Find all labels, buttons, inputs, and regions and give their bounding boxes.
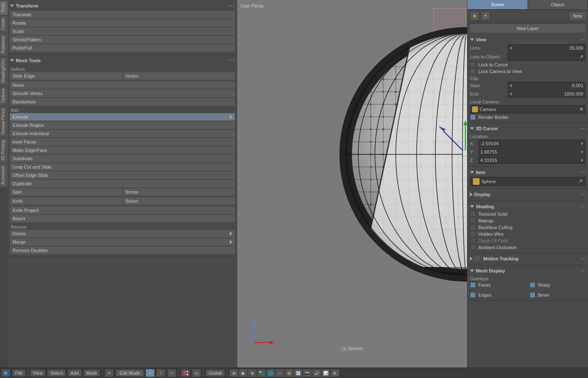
icon-10[interactable]: 🔊 xyxy=(312,369,321,377)
delete-dropdown[interactable]: Delete xyxy=(10,230,235,237)
add-menu[interactable]: Add xyxy=(68,370,81,376)
spin-button[interactable]: Spin xyxy=(10,188,122,196)
rotate-button[interactable]: Rotate xyxy=(10,19,235,27)
select-menu[interactable]: Select xyxy=(48,370,65,376)
randomize-button[interactable]: Randomize xyxy=(10,98,235,106)
vtab-archmesh[interactable]: Archmesh xyxy=(0,163,8,187)
icon-4[interactable]: 🔦 xyxy=(257,369,266,377)
inset-faces-button[interactable]: Inset Faces xyxy=(10,138,235,146)
z-arrow-icon[interactable] xyxy=(581,159,583,162)
object-icon[interactable]: ■ xyxy=(470,11,479,20)
icon-3[interactable]: ⊕ xyxy=(248,369,256,377)
transform-title[interactable]: Transform ··· xyxy=(10,2,235,11)
backface-culling-checkbox[interactable] xyxy=(470,224,476,230)
depth-of-field-checkbox[interactable] xyxy=(470,238,476,244)
display-title[interactable]: Display ··· xyxy=(470,191,585,199)
icon-1[interactable]: ⊞ xyxy=(230,369,238,377)
extrude-individual-button[interactable]: Extrude Individual xyxy=(10,130,235,137)
item-title[interactable]: Item ··· xyxy=(470,169,585,177)
lock-cursor-checkbox[interactable] xyxy=(470,62,476,68)
file-menu[interactable]: File xyxy=(13,370,25,376)
icon-7[interactable]: ⊞ xyxy=(285,369,293,377)
bisect-button[interactable]: Bisect xyxy=(10,215,235,222)
mesh-menu[interactable]: Mesh xyxy=(84,370,100,376)
mesh-display-title[interactable]: Mesh Display ··· xyxy=(470,267,585,275)
faces-checkbox[interactable] xyxy=(470,282,476,288)
blender-icon[interactable]: 🔷 xyxy=(2,369,10,377)
mode-selector[interactable]: Edit Mode xyxy=(116,370,143,376)
icon-8[interactable]: 🔢 xyxy=(294,369,302,377)
cursor-title[interactable]: 3D Cursor ··· xyxy=(470,125,585,133)
y-value[interactable]: 1.68755 xyxy=(478,148,585,156)
lock-to-object-value[interactable]: ↗ xyxy=(508,53,585,61)
plus-icon[interactable]: + xyxy=(481,11,490,20)
slide-edge-button[interactable]: Slide Edge xyxy=(10,72,122,80)
extrude-region-button[interactable]: Extrude Region xyxy=(10,121,235,129)
tab-object[interactable]: Object xyxy=(528,0,588,9)
icon-11[interactable]: 📊 xyxy=(322,369,330,377)
shrink-flatten-button[interactable]: Shrink/Flatten xyxy=(10,36,235,43)
vtab-shading[interactable]: Shading/UVs xyxy=(0,56,8,86)
end-value[interactable]: 1000.000 xyxy=(508,90,585,98)
vtab-3dprint[interactable]: 3D Printing xyxy=(0,137,8,163)
offset-edge-slide-button[interactable]: Offset Edge Slide xyxy=(10,171,235,179)
merge-dropdown[interactable]: Merge xyxy=(10,238,235,246)
push-pull-button[interactable]: Push/Pull xyxy=(10,44,235,52)
vtab-tools[interactable]: Tools xyxy=(0,0,8,15)
shading-title[interactable]: Shading ··· xyxy=(470,203,585,211)
new-layer-button[interactable]: New Layer xyxy=(470,24,585,33)
global-selector[interactable]: Global xyxy=(206,370,224,376)
lock-camera-checkbox[interactable] xyxy=(470,68,476,74)
extrude-dropdown[interactable]: Extrude xyxy=(10,113,235,121)
lens-value[interactable]: 35.000 xyxy=(508,44,585,52)
x-arrow-icon[interactable] xyxy=(581,142,583,145)
icon-2[interactable]: ◉ xyxy=(239,369,247,377)
remove-doubles-button[interactable]: Remove Doubles xyxy=(10,247,235,254)
hidden-wire-checkbox[interactable] xyxy=(470,231,476,237)
vertex-mode-icon[interactable]: • xyxy=(146,369,154,377)
motion-tracking-title[interactable]: Motion Tracking ··· xyxy=(470,255,585,263)
scale-button[interactable]: Scale xyxy=(10,28,235,35)
edge-mode-icon[interactable]: / xyxy=(157,369,165,377)
mode-icon[interactable]: ✏ xyxy=(105,369,113,377)
render-border-checkbox[interactable] xyxy=(470,114,476,120)
camera-value[interactable]: Camera ✕ xyxy=(470,105,585,113)
sharp-checkbox[interactable] xyxy=(530,282,535,288)
noise-button[interactable]: Noise xyxy=(10,81,235,89)
proportional-icon[interactable]: ⊙ xyxy=(192,369,201,377)
mesh-tools-title[interactable]: Mesh Tools ··· xyxy=(10,56,235,66)
item-name-field[interactable]: Sphere ↗ xyxy=(470,177,585,186)
y-arrow-icon[interactable] xyxy=(581,150,583,154)
ambient-occlusion-checkbox[interactable] xyxy=(470,244,476,250)
make-edge-face-button[interactable]: Make Edge/Face xyxy=(10,146,235,154)
translate-button[interactable]: Translate xyxy=(10,11,235,18)
bevel-checkbox[interactable] xyxy=(530,292,535,298)
tab-scene[interactable]: Scene xyxy=(467,0,528,9)
z-value[interactable]: 4.31915 xyxy=(478,156,585,164)
knife-button[interactable]: Knife xyxy=(10,197,122,205)
duplicate-button[interactable]: Duplicate xyxy=(10,180,235,187)
view-menu[interactable]: View xyxy=(30,370,45,376)
vtab-create[interactable]: Create xyxy=(0,15,8,33)
vtab-grease[interactable]: Grease Pencil xyxy=(0,106,8,137)
icon-12[interactable]: ⚙ xyxy=(331,369,339,377)
view-title[interactable]: View ··· xyxy=(470,36,585,44)
new-button[interactable]: New xyxy=(570,12,585,20)
smooth-vertex-button[interactable]: Smooth Vertex xyxy=(10,90,235,97)
textured-solid-checkbox[interactable] xyxy=(470,211,476,217)
screw-button[interactable]: Screw xyxy=(123,188,235,196)
face-mode-icon[interactable]: □ xyxy=(168,369,176,377)
icon-6[interactable]: ↔ xyxy=(276,369,284,377)
knife-project-button[interactable]: Knife Project xyxy=(10,207,235,214)
icon-5[interactable]: 🌐 xyxy=(266,369,275,377)
loop-cut-slide-button[interactable]: Loop Cut and Slide xyxy=(10,163,235,171)
subdivide-button[interactable]: Subdivide xyxy=(10,155,235,162)
matcap-checkbox[interactable] xyxy=(470,218,476,224)
vertex-button[interactable]: Vertex xyxy=(123,72,235,80)
edges-checkbox[interactable] xyxy=(470,292,476,298)
select-button[interactable]: Select xyxy=(123,197,235,205)
vtab-options[interactable]: Options xyxy=(0,86,8,105)
snap-icon[interactable]: 🧲 xyxy=(181,369,190,377)
x-value[interactable]: -2.59104 xyxy=(478,140,585,147)
viewport[interactable]: User Persp xyxy=(237,0,467,368)
